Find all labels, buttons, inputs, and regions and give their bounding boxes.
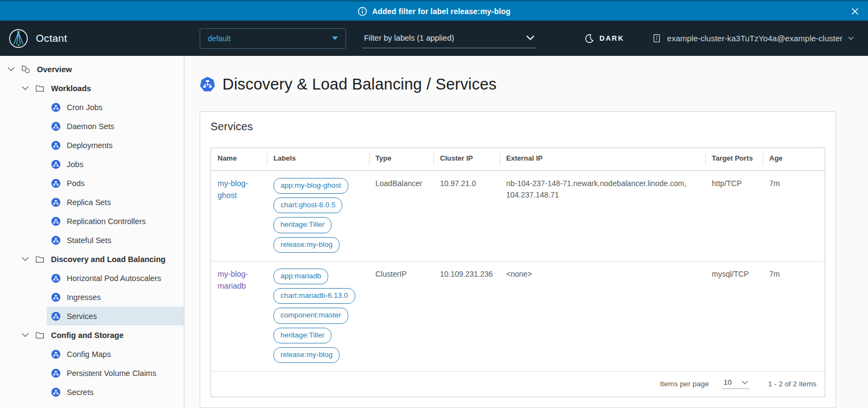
sidebar-item-secrets[interactable]: Secrets (47, 382, 184, 401)
sidebar-item-jobs[interactable]: Jobs (47, 155, 184, 174)
label-chip[interactable]: release:my-blog (273, 347, 340, 363)
page-title-row: Discovery & Load Balancing / Services (200, 75, 868, 93)
cron-jobs-icon (50, 102, 61, 112)
sidebar-item-label: Discovery and Load Balancing (51, 255, 165, 264)
deployments-icon (50, 140, 61, 150)
sidebar-item-workloads[interactable]: Workloads (0, 79, 184, 98)
service-link[interactable]: my-blog-ghost (218, 179, 248, 200)
replication-controllers-icon (50, 216, 61, 226)
sidebar-item-label: Secrets (67, 388, 93, 397)
cell-labels: app:my-blog-ghostchart:ghost-8.0.5herita… (267, 170, 369, 261)
column-header-type: Type (369, 148, 433, 170)
cell-age: 7m (763, 261, 825, 371)
page-title: Discovery & Load Balancing / Services (222, 75, 496, 93)
sidebar-item-cron-jobs[interactable]: Cron Jobs (47, 98, 184, 117)
sidebar-item-label: Config Maps (67, 350, 111, 359)
services-icon (50, 311, 61, 321)
sidebar-item-pods[interactable]: Pods (47, 174, 184, 193)
cluster-selector[interactable]: example-cluster-ka3TuTzYo4a@example-clus… (652, 33, 854, 43)
column-header-target-ports: Target Ports (705, 148, 763, 170)
cell-labels: app:mariadbchart:mariadb-6.13.0component… (267, 261, 369, 371)
brand: Octant (9, 29, 110, 48)
sidebar-item-label: Persistent Volume Claims (67, 369, 156, 378)
sidebar-item-label: Workloads (51, 84, 91, 93)
sidebar-item-label: Deployments (67, 141, 113, 150)
sidebar-item-label: Config and Storage (51, 331, 124, 340)
cluster-icon (652, 33, 662, 43)
page-size-select[interactable]: 10 (722, 378, 750, 389)
horizontal-pod-autoscalers-icon (50, 273, 61, 283)
app-header: Octant default Filter by labels (1 appli… (0, 21, 868, 56)
services-table: NameLabelsTypeCluster IPExternal IPTarge… (210, 148, 825, 397)
sidebar-item-overview[interactable]: Overview (0, 60, 184, 79)
theme-toggle-button[interactable]: DARK (581, 33, 628, 44)
sidebar: OverviewWorkloadsCron JobsDaemon SetsDep… (0, 56, 184, 408)
service-link[interactable]: my-blog-mariadb (218, 270, 248, 290)
label-chip[interactable]: chart:mariadb-6.13.0 (273, 288, 355, 304)
stateful-sets-icon (50, 235, 61, 245)
sidebar-item-ingresses[interactable]: Ingresses (47, 288, 184, 307)
cell-target-ports: mysql/TCP (705, 261, 763, 371)
sidebar-item-config-maps[interactable]: Config Maps (47, 345, 184, 364)
sidebar-item-discovery-and-load-balancing[interactable]: Discovery and Load Balancing (0, 250, 184, 269)
cell-age: 7m (763, 170, 825, 261)
chevron-down-icon (848, 36, 854, 40)
ingresses-icon (50, 292, 61, 302)
chevron-down-icon[interactable] (21, 85, 29, 92)
sidebar-item-horizontal-pod-autoscalers[interactable]: Horizontal Pod Autoscalers (47, 269, 184, 288)
cell-cluster-ip: 10.97.21.0 (433, 170, 500, 261)
card-title: Services (210, 120, 825, 133)
namespace-value: default (208, 34, 231, 43)
config-maps-icon (50, 349, 61, 359)
sidebar-item-label: Pods (67, 179, 85, 188)
chevron-down-icon[interactable] (21, 256, 29, 263)
label-filter-dropdown[interactable]: Filter by labels (1 applied) (362, 29, 536, 48)
services-card: Services NameLabelsTypeCluster IPExterna… (200, 111, 836, 408)
sidebar-item-label: Ingresses (67, 293, 101, 302)
label-chip[interactable]: heritage:Tiller (273, 328, 331, 343)
app-title: Octant (36, 33, 67, 44)
label-chip[interactable]: release:my-blog (273, 237, 340, 253)
sidebar-item-daemon-sets[interactable]: Daemon Sets (47, 117, 184, 136)
column-header-cluster-ip: Cluster IP (433, 148, 500, 170)
chevron-down-icon (526, 35, 534, 41)
sidebar-item-services[interactable]: Services (47, 307, 184, 326)
moon-icon (584, 34, 594, 43)
sidebar-item-label: Overview (37, 65, 72, 74)
sidebar-item-label: Jobs (67, 160, 84, 169)
secrets-icon (50, 387, 61, 397)
table-header-row: NameLabelsTypeCluster IPExternal IPTarge… (211, 148, 825, 170)
label-chip[interactable]: app:mariadb (273, 269, 328, 284)
column-header-external-ip: External IP (500, 148, 705, 170)
label-chip[interactable]: chart:ghost-8.0.5 (273, 197, 342, 213)
sidebar-item-persistent-volume-claims[interactable]: Persistent Volume Claims (47, 364, 184, 382)
sidebar-item-replica-sets[interactable]: Replica Sets (47, 193, 184, 212)
sidebar-item-config-and-storage[interactable]: Config and Storage (0, 326, 184, 345)
folder-icon (35, 330, 45, 340)
pods-icon (50, 178, 61, 188)
chevron-down-icon[interactable] (21, 331, 29, 339)
chevron-down-icon[interactable] (7, 66, 15, 73)
table-row: my-blog-ghostapp:my-blog-ghostchart:ghos… (211, 170, 825, 261)
folder-icon (35, 254, 45, 264)
sidebar-item-deployments[interactable]: Deployments (47, 136, 184, 155)
cell-external-ip: <none> (500, 261, 705, 371)
sidebar-item-label: Replica Sets (67, 198, 111, 207)
cell-name: my-blog-ghost (211, 170, 267, 261)
cell-external-ip: nb-104-237-148-71.newark.nodebalancer.li… (500, 170, 705, 261)
label-chip[interactable]: heritage:Tiller (273, 217, 331, 233)
cluster-name: example-cluster-ka3TuTzYo4a@example-clus… (667, 34, 843, 43)
table-row: my-blog-mariadbapp:mariadbchart:mariadb-… (211, 261, 825, 371)
overview-icon (21, 64, 31, 74)
close-icon[interactable] (850, 7, 860, 16)
label-chip[interactable]: app:my-blog-ghost (273, 178, 348, 194)
sidebar-item-stateful-sets[interactable]: Stateful Sets (47, 231, 184, 250)
persistent-volume-claims-icon (50, 368, 61, 378)
sidebar-item-label: Daemon Sets (67, 122, 114, 131)
label-filter-text: Filter by labels (1 applied) (364, 34, 454, 42)
jobs-icon (50, 159, 61, 169)
namespace-select[interactable]: default (200, 28, 346, 49)
replica-sets-icon (50, 197, 61, 207)
label-chip[interactable]: component:master (273, 308, 348, 323)
sidebar-item-replication-controllers[interactable]: Replication Controllers (47, 212, 184, 231)
